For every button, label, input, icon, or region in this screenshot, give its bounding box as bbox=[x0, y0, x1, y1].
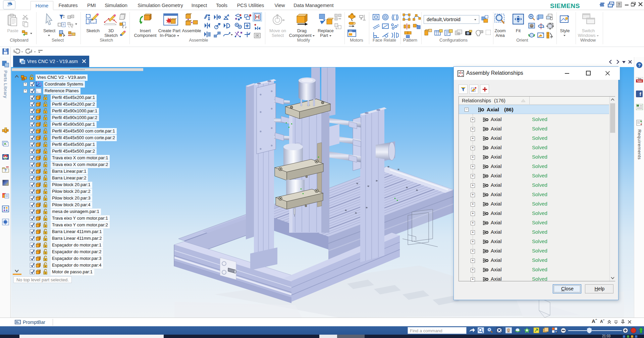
svg-text:?: ? bbox=[4, 168, 7, 172]
svg-text:?: ? bbox=[638, 63, 641, 68]
svg-text:Tube: Tube bbox=[637, 80, 642, 82]
svg-text:You: You bbox=[638, 77, 641, 79]
svg-text:?: ? bbox=[618, 2, 620, 6]
svg-text:X1:: X1: bbox=[349, 30, 353, 33]
